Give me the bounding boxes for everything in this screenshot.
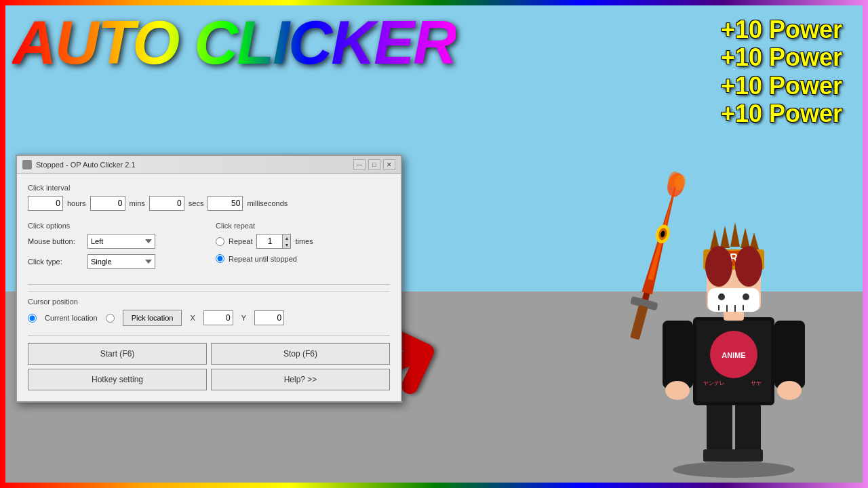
- button-grid: Start (F6) Stop (F6) Hotkey setting Help…: [28, 343, 390, 390]
- pick-location-button[interactable]: Pick location: [123, 310, 182, 326]
- mouse-button-row: Mouse button: Left Right Middle: [28, 234, 202, 249]
- power-line-4: +10 Power: [721, 100, 842, 127]
- click-repeat-section: Click repeat Repeat ▲ ▼ tim: [216, 220, 390, 274]
- svg-marker-20: [730, 222, 740, 247]
- cursor-row: Current location Pick location X Y: [28, 310, 390, 326]
- svg-rect-31: [708, 288, 760, 312]
- repeat-times-input[interactable]: [256, 234, 282, 249]
- divider-2: [28, 336, 390, 336]
- mins-input[interactable]: [90, 196, 125, 211]
- cursor-position-section: Cursor position Current location Pick lo…: [28, 291, 390, 326]
- character-svg: ANIME ヤンデレ サヤ: [618, 155, 849, 480]
- minimize-button[interactable]: —: [353, 159, 366, 170]
- ms-label: milliseconds: [247, 199, 288, 207]
- character-area: ANIME ヤンデレ サヤ: [618, 155, 849, 483]
- click-type-row: Click type: Single Double: [28, 254, 202, 269]
- start-button[interactable]: Start (F6): [28, 343, 207, 365]
- app-window: Stopped - OP Auto Clicker 2.1 — □ ✕ Clic…: [16, 155, 402, 403]
- mins-label: mins: [130, 199, 145, 207]
- repeat-spinbox: ▲ ▼: [256, 234, 291, 249]
- close-button[interactable]: ✕: [383, 159, 395, 170]
- window-title: Stopped - OP Auto Clicker 2.1: [36, 161, 136, 169]
- times-label: times: [295, 237, 313, 245]
- svg-marker-21: [741, 228, 750, 248]
- app-icon: [22, 160, 32, 169]
- ms-input[interactable]: [208, 196, 243, 211]
- svg-point-13: [665, 381, 690, 400]
- svg-rect-3: [703, 449, 734, 462]
- maximize-button[interactable]: □: [368, 159, 380, 170]
- svg-point-14: [777, 381, 802, 400]
- hotkey-button[interactable]: Hotkey setting: [28, 369, 207, 390]
- pick-location-radio[interactable]: [106, 314, 115, 323]
- repeat-radio-label: Repeat: [229, 237, 252, 245]
- click-options-label: Click options: [28, 222, 202, 230]
- repeat-radio-row: Repeat ▲ ▼ times: [216, 234, 390, 249]
- current-location-radio[interactable]: [28, 314, 37, 323]
- title-container: AUTO CLICKER: [12, 12, 456, 73]
- hours-input[interactable]: [28, 196, 63, 211]
- current-location-label: Current location: [45, 314, 98, 322]
- svg-rect-11: [663, 321, 693, 388]
- svg-text:ヤンデレ: ヤンデレ: [703, 380, 725, 386]
- svg-rect-12: [774, 321, 805, 388]
- divider: [28, 284, 390, 285]
- secs-input[interactable]: [149, 196, 184, 211]
- repeat-until-stopped-row: Repeat until stopped: [216, 254, 390, 263]
- title-bar: Stopped - OP Auto Clicker 2.1 — □ ✕: [17, 156, 401, 174]
- y-coord-input[interactable]: [254, 310, 284, 325]
- mouse-button-select[interactable]: Left Right Middle: [87, 234, 155, 249]
- secs-label: secs: [189, 199, 204, 207]
- click-repeat-label: Click repeat: [216, 222, 390, 230]
- svg-rect-44: [630, 305, 648, 340]
- title-bar-left: Stopped - OP Auto Clicker 2.1: [22, 160, 136, 169]
- spin-wrap: ▲ ▼: [282, 234, 291, 249]
- svg-text:ANIME: ANIME: [722, 351, 745, 359]
- svg-point-38: [705, 246, 732, 287]
- power-line-1: +10 Power: [721, 16, 842, 43]
- svg-text:サヤ: サヤ: [751, 380, 762, 386]
- title-bar-controls: — □ ✕: [353, 159, 395, 170]
- svg-rect-4: [732, 449, 763, 462]
- svg-point-33: [743, 293, 749, 300]
- spin-up-button[interactable]: ▲: [283, 235, 290, 241]
- click-options-section: Click options Mouse button: Left Right M…: [28, 220, 202, 274]
- rainbow-border: AUTO CLICKER +10 Power +10 Power +10 Pow…: [0, 0, 868, 488]
- repeat-radio[interactable]: [216, 237, 224, 246]
- repeat-until-stopped-label: Repeat until stopped: [229, 255, 297, 263]
- y-label: Y: [241, 314, 246, 322]
- x-label: X: [190, 314, 195, 322]
- svg-marker-19: [720, 226, 730, 248]
- two-col-section: Click options Mouse button: Left Right M…: [28, 220, 390, 274]
- cursor-position-label: Cursor position: [28, 298, 390, 306]
- svg-point-39: [735, 246, 762, 287]
- main-title: AUTO CLICKER: [12, 12, 456, 73]
- help-button[interactable]: Help? >>: [211, 369, 390, 390]
- x-coord-input[interactable]: [203, 310, 233, 325]
- click-interval-label: Click interval: [28, 184, 390, 192]
- hours-label: hours: [67, 199, 86, 207]
- repeat-until-stopped-radio[interactable]: [216, 254, 224, 263]
- svg-point-0: [673, 462, 795, 478]
- interval-row: hours mins secs milliseconds: [28, 196, 390, 211]
- power-line-3: +10 Power: [721, 72, 842, 100]
- power-container: +10 Power +10 Power +10 Power +10 Power: [721, 16, 842, 128]
- power-line-2: +10 Power: [721, 43, 842, 71]
- stop-button[interactable]: Stop (F6): [211, 343, 390, 365]
- click-type-select[interactable]: Single Double: [87, 254, 155, 269]
- spin-down-button[interactable]: ▼: [283, 241, 290, 248]
- click-type-label: Click type:: [28, 258, 82, 266]
- content-area: AUTO CLICKER +10 Power +10 Power +10 Pow…: [5, 5, 863, 483]
- mouse-button-label: Mouse button:: [28, 237, 82, 245]
- svg-point-32: [718, 293, 725, 300]
- window-body: Click interval hours mins secs milliseco…: [17, 174, 401, 401]
